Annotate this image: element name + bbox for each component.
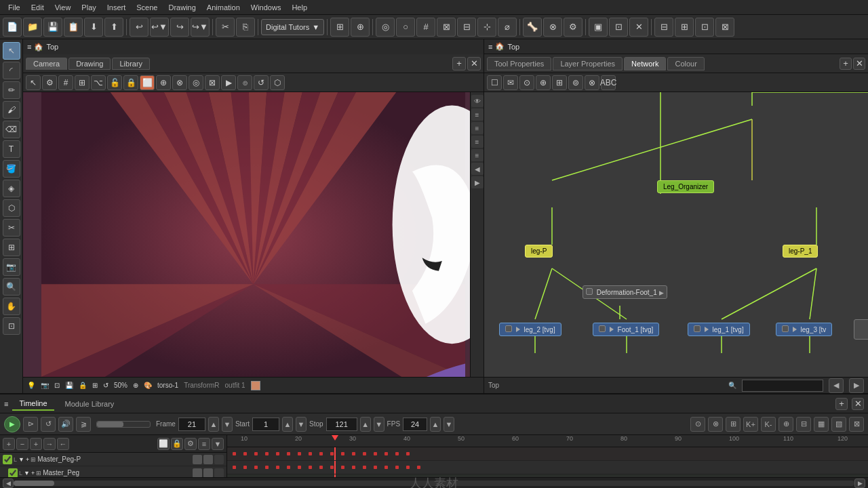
- timeline-ctrl5[interactable]: K-: [761, 417, 776, 432]
- open-button[interactable]: 📁: [23, 18, 42, 37]
- foot1-tvg-node[interactable]: Foot_1 [tvg]: [593, 323, 659, 336]
- scrubber-bar[interactable]: [96, 421, 151, 428]
- menu-scene[interactable]: Scene: [131, 0, 163, 15]
- deindent-btn[interactable]: ←: [57, 438, 69, 450]
- visibility-icon[interactable]: 👁: [471, 95, 484, 107]
- add-layer-btn[interactable]: +: [3, 438, 15, 450]
- vp-lock-tool[interactable]: 🔓: [107, 75, 122, 90]
- scrubber-button[interactable]: ⫺: [76, 417, 91, 432]
- cut-button[interactable]: ✂: [216, 18, 235, 37]
- layer2-icon[interactable]: ≡: [471, 122, 484, 134]
- network-prev-btn[interactable]: ◀: [829, 378, 844, 393]
- lock-layer-btn[interactable]: 🔒: [171, 438, 183, 450]
- render-button[interactable]: ▣: [589, 18, 608, 37]
- layer-row-master-peg-p[interactable]: L ▼ + ⊞ Master_Peg-P: [0, 453, 226, 466]
- fps-up-btn[interactable]: ▲: [430, 417, 441, 432]
- net-abc-btn[interactable]: ABC: [601, 75, 616, 90]
- vp-select-tool[interactable]: ↖: [26, 75, 41, 90]
- vp-color-tool[interactable]: ⬜: [140, 75, 155, 90]
- vp-peg-tool[interactable]: ⊗: [172, 75, 187, 90]
- render-toggle-btn[interactable]: ⬜: [157, 438, 170, 450]
- vp-overlay-tool[interactable]: ⊞: [75, 75, 90, 90]
- scrollbar-track[interactable]: [14, 481, 854, 486]
- copy-button[interactable]: ⎘: [236, 18, 255, 37]
- bone-button[interactable]: 🦴: [523, 18, 542, 37]
- scroll-left-btn[interactable]: ◀: [3, 479, 14, 488]
- vp-settings-tool[interactable]: ⚙: [42, 75, 57, 90]
- timeline-ctrl9[interactable]: ▧: [831, 417, 846, 432]
- add-col-btn[interactable]: +: [30, 438, 42, 450]
- panel-close-button[interactable]: ✕: [853, 58, 865, 70]
- leg2-tvg-node[interactable]: leg_2 [tvg]: [499, 323, 561, 336]
- layout-btn4[interactable]: ⊠: [715, 18, 734, 37]
- scrollbar-thumb[interactable]: [14, 481, 54, 486]
- start-down-btn[interactable]: ▼: [296, 417, 307, 432]
- viewport-close-button[interactable]: ✕: [467, 57, 481, 70]
- frame-up-btn[interactable]: ▲: [208, 417, 219, 432]
- frame-input[interactable]: 21: [178, 418, 205, 431]
- timeline-close-btn[interactable]: ✕: [852, 398, 864, 410]
- transform-button[interactable]: ⊠: [437, 18, 456, 37]
- leg-p1-node[interactable]: leg-P_1: [783, 245, 818, 258]
- timeline-ctrl2[interactable]: ⊗: [708, 417, 723, 432]
- peg-button[interactable]: ⊟: [457, 18, 476, 37]
- net-select-btn[interactable]: ☐: [487, 75, 502, 90]
- timeline-ctrl7[interactable]: ⊟: [796, 417, 811, 432]
- vp-rig-tool[interactable]: ⬡: [270, 75, 285, 90]
- menu-view[interactable]: View: [50, 0, 77, 15]
- timeline-tab[interactable]: Timeline: [12, 397, 54, 411]
- menu-play[interactable]: Play: [76, 0, 101, 15]
- start-input[interactable]: 1: [252, 418, 279, 431]
- paint-tool[interactable]: 🪣: [3, 160, 20, 178]
- new-button[interactable]: 📄: [3, 18, 22, 37]
- layout-select-tool[interactable]: ⊡: [3, 317, 20, 335]
- timeline-add-btn[interactable]: +: [835, 398, 848, 410]
- vp-onion-tool[interactable]: ⊕: [156, 75, 171, 90]
- redo-button[interactable]: ↪: [170, 18, 189, 37]
- shape-tool[interactable]: ⬡: [3, 199, 20, 217]
- vp-reset-tool[interactable]: ↺: [254, 75, 269, 90]
- net-add-btn[interactable]: ⊕: [536, 75, 551, 90]
- network-next-btn[interactable]: ▶: [849, 378, 864, 393]
- play-button[interactable]: ▶: [4, 416, 20, 432]
- layer-visible-check-1[interactable]: [3, 455, 12, 464]
- vp-deform-tool[interactable]: ⌥: [91, 75, 106, 90]
- layer-visible-check-2[interactable]: [8, 468, 18, 478]
- hide-layer-btn[interactable]: ⚙: [184, 438, 197, 450]
- import-button[interactable]: ⬇: [84, 18, 103, 37]
- viewport-canvas[interactable]: 👁 ≡ ≡ ≡ ≡ ◀ ▶: [23, 92, 484, 377]
- export-button[interactable]: ⬆: [104, 18, 123, 37]
- brush-tool[interactable]: 🖌: [3, 101, 20, 119]
- select-tool[interactable]: ↖: [3, 42, 20, 60]
- frame-down-btn[interactable]: ▼: [222, 417, 233, 432]
- start-up-btn[interactable]: ▲: [282, 417, 293, 432]
- eraser-tool[interactable]: ⌫: [3, 121, 20, 138]
- props-button[interactable]: ⚙: [564, 18, 583, 37]
- module-library-tab[interactable]: Module Library: [58, 398, 121, 410]
- stop-up-btn[interactable]: ▲: [360, 417, 371, 432]
- save-as-button[interactable]: 📋: [64, 18, 83, 37]
- network-search-input[interactable]: [742, 380, 823, 392]
- undo-button[interactable]: ↩: [130, 18, 149, 37]
- menu-edit[interactable]: Edit: [26, 0, 50, 15]
- ik-button[interactable]: ⊗: [543, 18, 562, 37]
- layout-btn1[interactable]: ⊟: [654, 18, 673, 37]
- save-button[interactable]: 💾: [43, 18, 62, 37]
- net-fx-btn[interactable]: ⊚: [568, 75, 583, 90]
- net-connect-btn[interactable]: ⊙: [519, 75, 534, 90]
- close-render-button[interactable]: ✕: [629, 18, 648, 37]
- menu-file[interactable]: File: [3, 0, 26, 15]
- loop-button[interactable]: ↺: [41, 417, 56, 432]
- timeline-frames[interactable]: 10 20 30 40 50 60 70 80 90 100 110 120: [227, 435, 868, 477]
- cut-tool[interactable]: ✂: [3, 219, 20, 237]
- redo-dropdown[interactable]: ↪▼: [191, 18, 210, 37]
- zoom-tool[interactable]: 🔍: [3, 278, 20, 296]
- net-write-btn[interactable]: ⊗: [585, 75, 599, 90]
- timeline-ctrl1[interactable]: ⊙: [690, 417, 705, 432]
- unknown-node[interactable]: [854, 319, 868, 340]
- net-composite-btn[interactable]: ⊞: [552, 75, 567, 90]
- vp-grid-tool[interactable]: #: [58, 75, 73, 90]
- delete-layer-btn[interactable]: −: [16, 438, 28, 450]
- viewport-add-button[interactable]: +: [452, 57, 466, 70]
- leg-p-node[interactable]: leg-P: [525, 245, 553, 258]
